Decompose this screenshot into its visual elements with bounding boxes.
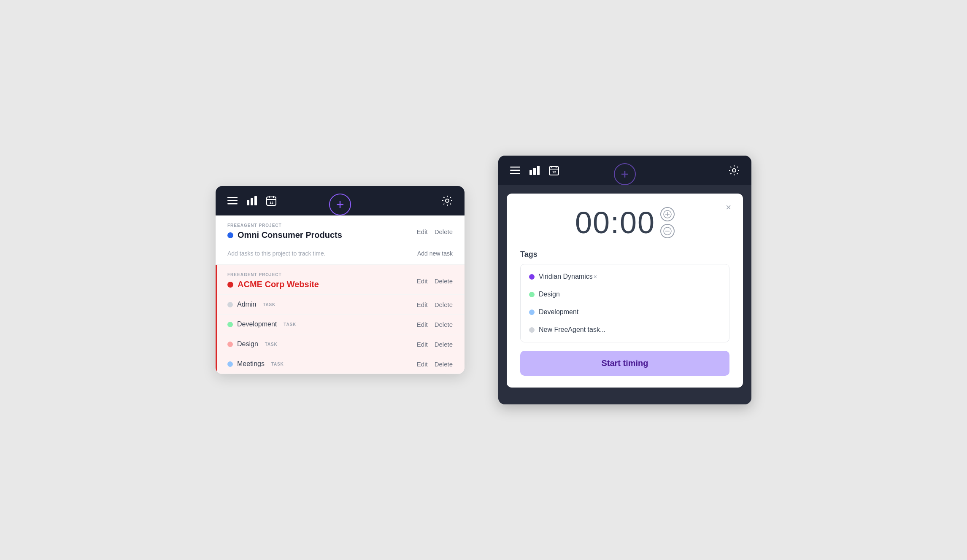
tag-option-design[interactable]: Design: [522, 285, 727, 303]
right-add-timer-button[interactable]: [614, 163, 636, 185]
delete-project-acme[interactable]: Delete: [435, 277, 453, 285]
selected-tag-dot: [529, 274, 535, 280]
svg-rect-4: [251, 198, 253, 205]
project-actions-acme: Edit Delete: [417, 277, 453, 285]
delete-task-meetings[interactable]: Delete: [435, 361, 453, 368]
delete-project-omni[interactable]: Delete: [435, 228, 453, 235]
project-header-acme: FREEAGENT PROJECT ACME Corp Website Edit…: [216, 265, 465, 294]
task-actions-development: Edit Delete: [417, 321, 453, 328]
task-dot-meetings: [227, 361, 233, 367]
task-badge-meetings: TASK: [271, 362, 284, 366]
settings-button[interactable]: [442, 195, 453, 206]
start-timing-button[interactable]: Start timing: [520, 351, 729, 376]
tag-dot-new-task: [529, 327, 535, 333]
task-dot-admin: [227, 302, 233, 307]
svg-rect-17: [529, 170, 532, 175]
chart-button[interactable]: [247, 196, 257, 205]
project-name-acme: ACME Corp Website: [238, 280, 319, 289]
left-panel-header: 12: [216, 186, 465, 215]
edit-task-admin[interactable]: Edit: [417, 301, 428, 308]
gear-icon: [442, 195, 453, 206]
delete-task-admin[interactable]: Delete: [435, 301, 453, 308]
tag-option-development[interactable]: Development: [522, 303, 727, 321]
task-actions-design: Edit Delete: [417, 341, 453, 348]
timer-modal: × 00:00 Tags: [507, 194, 743, 388]
task-badge-development: TASK: [284, 322, 296, 327]
right-hamburger-button[interactable]: [510, 167, 520, 174]
svg-text:12: 12: [552, 170, 556, 174]
task-name-development: Development: [237, 320, 277, 328]
right-settings-button[interactable]: [729, 165, 740, 176]
svg-rect-14: [510, 167, 520, 168]
tag-name-development-option: Development: [539, 308, 578, 316]
task-left-meetings: Meetings TASK: [227, 360, 284, 368]
svg-rect-3: [247, 200, 249, 205]
tags-container: Viridian Dynamics × Design Development N…: [520, 264, 729, 342]
project-section-acme: FREEAGENT PROJECT ACME Corp Website Edit…: [216, 265, 465, 374]
svg-rect-1: [227, 200, 238, 202]
task-left-development: Development TASK: [227, 320, 296, 328]
task-dot-development: [227, 322, 233, 327]
edit-project-omni[interactable]: Edit: [417, 228, 428, 235]
project-dot-acme: [227, 282, 233, 288]
chart-icon: [247, 196, 257, 205]
task-dot-design: [227, 342, 233, 347]
timer-increment-button[interactable]: [660, 207, 675, 221]
edit-task-development[interactable]: Edit: [417, 321, 428, 328]
right-chart-icon: [529, 166, 540, 175]
task-row-meetings: Meetings TASK Edit Delete: [216, 354, 465, 374]
task-name-admin: Admin: [237, 301, 256, 308]
bottom-spacer: [498, 396, 751, 404]
svg-rect-16: [510, 173, 520, 174]
delete-task-development[interactable]: Delete: [435, 321, 453, 328]
project-label-omni: FREEAGENT PROJECT: [227, 223, 342, 228]
tag-remove-button[interactable]: ×: [594, 273, 597, 280]
timer-display-row: 00:00: [520, 205, 729, 240]
svg-rect-5: [254, 196, 257, 205]
timer-controls: [660, 207, 675, 238]
svg-rect-0: [227, 197, 238, 198]
task-actions-meetings: Edit Delete: [417, 361, 453, 368]
right-gear-icon: [729, 165, 740, 176]
edit-project-acme[interactable]: Edit: [417, 277, 428, 285]
header-icons-left: 12: [227, 196, 276, 206]
task-badge-design: TASK: [265, 342, 278, 347]
task-left-admin: Admin TASK: [227, 301, 276, 308]
project-name-omni: Omni Consumer Products: [238, 230, 342, 240]
task-name-design: Design: [237, 340, 258, 348]
task-name-meetings: Meetings: [237, 360, 265, 368]
svg-rect-15: [510, 170, 520, 171]
timer-decrement-button[interactable]: [660, 224, 675, 238]
header-icons-row: 12: [227, 195, 453, 206]
project-actions-omni: Edit Delete: [417, 228, 453, 235]
edit-task-design[interactable]: Edit: [417, 341, 428, 348]
tag-option-new-task[interactable]: New FreeAgent task...: [522, 321, 727, 339]
tag-name-design-option: Design: [539, 291, 560, 298]
add-task-link-omni[interactable]: Add new task: [417, 250, 453, 257]
svg-point-27: [732, 169, 736, 172]
right-panel-header: 12: [498, 156, 751, 185]
plus-icon: [335, 199, 345, 210]
task-row-development: Development TASK Edit Delete: [216, 314, 465, 334]
calendar-button[interactable]: 12: [266, 196, 276, 206]
tag-name-new-task: New FreeAgent task...: [539, 326, 605, 334]
svg-rect-19: [537, 166, 540, 175]
right-header-icons-row: 12: [510, 165, 740, 176]
hamburger-icon: [227, 197, 238, 205]
modal-close-button[interactable]: ×: [726, 202, 731, 213]
project-name-row-omni: Omni Consumer Products: [227, 230, 342, 240]
right-calendar-button[interactable]: 12: [549, 165, 559, 175]
delete-task-design[interactable]: Delete: [435, 341, 453, 348]
calendar-icon: 12: [266, 196, 276, 206]
svg-text:12: 12: [270, 201, 273, 205]
selected-tag-item[interactable]: Viridian Dynamics ×: [522, 268, 727, 285]
add-timer-button[interactable]: [329, 194, 351, 215]
hamburger-button[interactable]: [227, 197, 238, 205]
right-chart-button[interactable]: [529, 166, 540, 175]
tag-dot-design-option: [529, 292, 535, 297]
project-info-acme: FREEAGENT PROJECT ACME Corp Website: [227, 272, 319, 289]
project-info-omni: FREEAGENT PROJECT Omni Consumer Products: [227, 223, 342, 240]
edit-task-meetings[interactable]: Edit: [417, 361, 428, 368]
task-row-design: Design TASK Edit Delete: [216, 334, 465, 354]
left-bar-acme: [216, 265, 217, 374]
